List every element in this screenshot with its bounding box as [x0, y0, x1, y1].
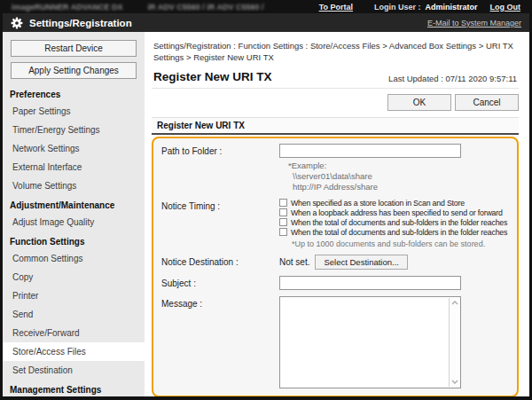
top-bar: imageRUNNER ADVANCE DX iR ADV C5560 / iR…: [3, 0, 529, 13]
sidebar-item-printer[interactable]: Printer: [3, 286, 145, 305]
sidebar-item-send[interactable]: Send: [3, 305, 145, 324]
login-user-name: Administrator: [425, 3, 477, 12]
sidebar-section-adjustment-maintenance: Adjustment/Maintenance: [3, 195, 145, 213]
action-button-row: OK Cancel: [152, 94, 519, 111]
message-row: Message :: [161, 296, 509, 388]
path-example-unc: \\server01\data\share: [293, 171, 509, 182]
subject-input[interactable]: [279, 276, 461, 290]
main-content: Settings/Registration : Function Setting…: [145, 32, 529, 396]
path-to-folder-label: Path to Folder :: [161, 144, 279, 192]
checkbox-reaches-700[interactable]: [279, 218, 287, 226]
notice-timing-option-row: When specified as a store location in Sc…: [279, 199, 509, 208]
panel-header: Register New URI TX: [152, 117, 519, 135]
checkbox-loopback-address-label: When a loopback address has been specifi…: [291, 208, 503, 217]
notice-timing-label: Notice Timing :: [161, 199, 279, 248]
sidebar-item-store-access-files[interactable]: Store/Access Files: [3, 342, 145, 361]
subject-row: Subject :: [161, 276, 509, 290]
checkbox-reaches-900[interactable]: [279, 228, 287, 236]
ok-button[interactable]: OK: [387, 94, 451, 111]
last-updated-text: Last Updated : 07/11 2020 9:57:11: [388, 74, 517, 83]
login-user-label: Login User :: [374, 3, 421, 12]
notice-destination-label: Notice Destination :: [161, 255, 279, 270]
title-row: Register New URI TX Last Updated : 07/11…: [152, 68, 519, 89]
notice-timing-option-row: When a loopback address has been specifi…: [279, 208, 509, 217]
cancel-button[interactable]: Cancel: [455, 94, 519, 111]
notice-timing-option-row: When the total of documents and sub-fold…: [279, 228, 509, 237]
sidebar-item-copy[interactable]: Copy: [3, 268, 145, 286]
sidebar-item-volume-settings[interactable]: Volume Settings: [3, 176, 145, 195]
apply-setting-changes-button[interactable]: Apply Setting Changes: [11, 62, 137, 79]
path-example-title: *Example:: [288, 161, 509, 171]
email-to-system-manager-link[interactable]: E-Mail to System Manager: [427, 19, 521, 27]
sidebar-item-timer-energy-settings[interactable]: Timer/Energy Settings: [3, 121, 145, 139]
message-textarea[interactable]: [279, 296, 461, 388]
settings-sidebar: Restart Device Apply Setting Changes Pre…: [3, 32, 145, 396]
page-title: Register New URI TX: [153, 70, 272, 83]
sidebar-item-paper-settings[interactable]: Paper Settings: [3, 102, 145, 121]
restart-device-button[interactable]: Restart Device: [11, 40, 137, 57]
notice-timing-note: *Up to 1000 documents and sub-folders ca…: [292, 239, 509, 248]
app-title: Settings/Registration: [29, 18, 132, 28]
path-to-folder-input[interactable]: [279, 144, 461, 158]
chevron-up-icon[interactable]: [451, 301, 458, 305]
device-name: iR ADV C5560 / iR ADV C5560 /: [148, 3, 264, 12]
message-label: Message :: [161, 296, 279, 388]
checkbox-store-location[interactable]: [279, 199, 287, 207]
path-example-http: http://IP Address/share: [293, 182, 509, 192]
sidebar-item-set-destination[interactable]: Set Destination: [3, 361, 145, 380]
checkbox-store-location-label: When specified as a store location in Sc…: [291, 199, 465, 208]
register-uri-tx-form: Path to Folder : *Example: \\server01\da…: [152, 137, 519, 396]
sidebar-item-network-settings[interactable]: Network Settings: [3, 139, 145, 158]
to-portal-link[interactable]: To Portal: [319, 3, 353, 12]
notice-destination-status: Not set.: [279, 257, 309, 267]
breadcrumb[interactable]: Settings/Registration : Function Setting…: [153, 40, 517, 64]
device-model: imageRUNNER ADVANCE DX: [12, 3, 123, 12]
select-destination-button[interactable]: Select Destination...: [315, 255, 408, 270]
notice-timing-row: Notice Timing : When specified as a stor…: [161, 199, 509, 248]
path-example-block: *Example: \\server01\data\share http://I…: [288, 161, 509, 192]
gear-icon: [11, 17, 23, 29]
sidebar-item-receive-forward[interactable]: Receive/Forward: [3, 324, 145, 342]
sidebar-section-management-settings: Management Settings: [3, 380, 145, 396]
app-title-bar: Settings/Registration E-Mail to System M…: [3, 13, 529, 32]
notice-destination-row: Notice Destination : Not set. Select Des…: [161, 255, 509, 270]
sidebar-section-function-settings: Function Settings: [3, 231, 145, 249]
sidebar-item-common-settings[interactable]: Common Settings: [3, 249, 145, 268]
textarea-scrollbar[interactable]: [449, 298, 459, 387]
remote-ui-window: imageRUNNER ADVANCE DX iR ADV C5560 / iR…: [0, 0, 532, 400]
checkbox-reaches-900-label: When the total of documents and sub-fold…: [291, 228, 509, 237]
sidebar-section-preferences: Preferences: [3, 84, 145, 102]
logout-link[interactable]: Log Out: [490, 3, 521, 12]
chevron-down-icon[interactable]: [451, 380, 458, 384]
checkbox-loopback-address[interactable]: [279, 208, 287, 216]
subject-label: Subject :: [161, 276, 279, 290]
notice-timing-option-row: When the total of documents and sub-fold…: [279, 218, 509, 227]
sidebar-item-external-interface[interactable]: External Interface: [3, 158, 145, 176]
sidebar-item-adjust-image-quality[interactable]: Adjust Image Quality: [3, 213, 145, 231]
checkbox-reaches-700-label: When the total of documents and sub-fold…: [291, 218, 509, 227]
path-to-folder-row: Path to Folder : *Example: \\server01\da…: [161, 144, 509, 192]
